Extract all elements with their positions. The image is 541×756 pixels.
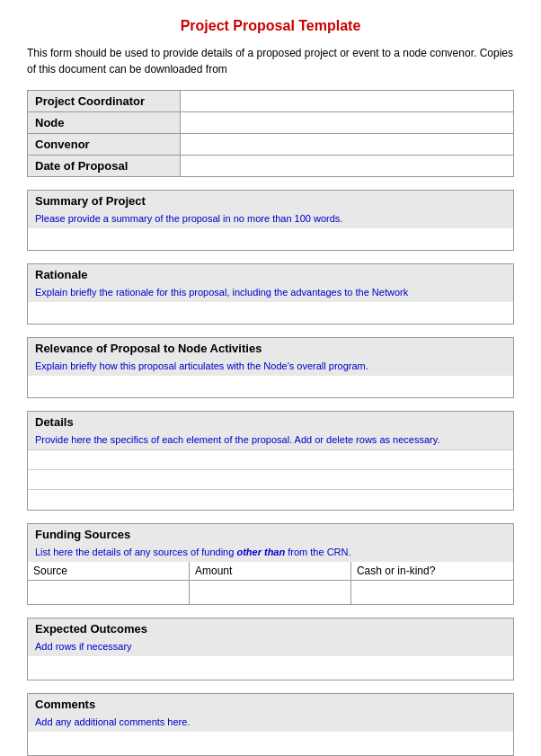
outcomes-body[interactable] — [28, 656, 513, 680]
details-rows-table — [28, 449, 513, 510]
info-row: Project Coordinator — [28, 91, 514, 112]
info-label: Project Coordinator — [28, 91, 181, 112]
summary-body[interactable] — [28, 228, 513, 250]
details-header: Details — [28, 412, 513, 432]
funding-section: Funding Sources List here the details of… — [27, 523, 514, 605]
funding-amount-cell-1[interactable] — [190, 581, 351, 604]
funding-data-row-1[interactable] — [28, 581, 513, 604]
info-row: Convenor — [28, 134, 514, 156]
relevance-header: Relevance of Proposal to Node Activities — [28, 338, 513, 359]
relevance-subtext: Explain briefly how this proposal articu… — [28, 359, 513, 376]
intro-text: This form should be used to provide deta… — [27, 45, 514, 77]
relevance-section: Relevance of Proposal to Node Activities… — [27, 337, 514, 398]
page-title: Project Proposal Template — [27, 18, 514, 34]
info-table: Project CoordinatorNodeConvenorDate of P… — [27, 90, 514, 177]
info-row: Node — [28, 112, 514, 134]
funding-body: Source Amount Cash or in-kind? — [28, 562, 513, 604]
summary-subtext: Please provide a summary of the proposal… — [28, 211, 513, 228]
details-row-2[interactable] — [28, 470, 513, 490]
funding-subtext-post: from the CRN. — [285, 547, 350, 557]
details-row-1[interactable] — [28, 450, 513, 470]
funding-header: Funding Sources — [28, 524, 513, 545]
summary-header: Summary of Project — [28, 191, 513, 211]
outcomes-section: Expected Outcomes Add rows if necessary — [27, 618, 514, 680]
info-value[interactable] — [181, 91, 514, 112]
funding-subtext-pre: List here the details of any sources of … — [35, 547, 236, 557]
comments-header: Comments — [28, 694, 513, 715]
info-row: Date of Proposal — [28, 156, 514, 177]
funding-col-cash-header: Cash or in-kind? — [351, 562, 513, 580]
funding-col-headers: Source Amount Cash or in-kind? — [28, 562, 513, 581]
info-label: Date of Proposal — [28, 156, 181, 177]
rationale-body[interactable] — [28, 302, 513, 324]
comments-section: Comments Add any additional comments her… — [27, 693, 514, 756]
comments-subtext: Add any additional comments here. — [28, 715, 513, 732]
funding-subtext-em: other than — [236, 547, 285, 557]
funding-cash-cell-1[interactable] — [351, 581, 513, 604]
rationale-subtext: Explain briefly the rationale for this p… — [28, 285, 513, 302]
info-value[interactable] — [181, 112, 514, 134]
relevance-body[interactable] — [28, 376, 513, 397]
info-value[interactable] — [181, 156, 514, 177]
rationale-header: Rationale — [28, 264, 513, 285]
funding-col-source-header: Source — [28, 562, 190, 580]
info-label: Convenor — [28, 134, 181, 156]
funding-col-amount-header: Amount — [190, 562, 351, 580]
funding-subtext: List here the details of any sources of … — [28, 545, 513, 562]
details-body — [28, 449, 513, 510]
info-label: Node — [28, 112, 181, 134]
details-row-3[interactable] — [28, 490, 513, 510]
details-section: Details Provide here the specifics of ea… — [27, 411, 514, 511]
details-subtext: Provide here the specifics of each eleme… — [28, 432, 513, 449]
summary-section: Summary of Project Please provide a summ… — [27, 190, 514, 251]
outcomes-subtext: Add rows if necessary — [28, 639, 513, 656]
info-value[interactable] — [181, 134, 514, 156]
rationale-section: Rationale Explain briefly the rationale … — [27, 263, 514, 325]
outcomes-header: Expected Outcomes — [28, 618, 513, 639]
funding-source-cell-1[interactable] — [28, 581, 190, 604]
comments-body[interactable] — [28, 732, 513, 755]
